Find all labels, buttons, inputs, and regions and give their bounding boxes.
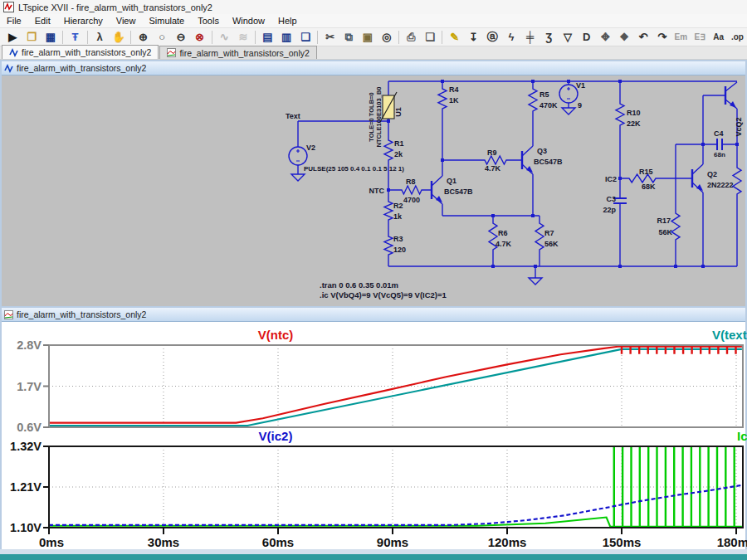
svg-text:BC547B: BC547B [534,158,563,166]
zoom-full-extents-button[interactable]: ⊗ [190,28,209,46]
svg-text:C3: C3 [606,195,616,203]
toolbar-separator [255,31,256,44]
rotate-button[interactable]: Em [671,28,691,46]
plot-settings-button[interactable]: ≋ [234,28,253,46]
svg-text:R10: R10 [627,109,641,117]
zoom-area-button[interactable]: ○ [153,28,172,46]
text-button[interactable]: Aa [709,28,728,46]
print-button[interactable]: ⎙ [402,28,421,46]
plot-area[interactable]: 2.8V1.7V0.6V1.32V1.21V1.10V0ms30ms60ms90… [2,322,745,552]
svg-text:22p: 22p [603,206,616,214]
menu-item[interactable]: Hierarchy [57,16,110,26]
zoom-in-button[interactable]: ⊕ [134,28,153,46]
svg-text:1k: 1k [393,212,403,221]
svg-text:R17: R17 [657,217,671,225]
toolbar-separator [130,31,131,44]
svg-text:R3: R3 [393,235,403,243]
waveform-plot: 2.8V1.7V0.6V1.32V1.21V1.10V0ms30ms60ms90… [2,322,747,552]
toolbar: ▶❐▦Ŧλ✋⊕○⊖⊗∿≋▤▥❏✂⧉▣◎⎙❏✎↧ⓐϟ╪Ʒ▽D✥❖↶↷EmE∃Aa.… [0,28,747,46]
schematic-icon [4,64,13,73]
svg-text:NTCLE100E3103_B0: NTCLE100E3103_B0 [375,87,383,148]
svg-text:470K: 470K [540,101,558,110]
undo-button[interactable]: ↶ [634,28,653,46]
drag-button[interactable]: ❖ [615,28,634,46]
tab-schematic[interactable]: fire_alarm_with_transistors_only2 [2,45,159,59]
tile-horizontal-button[interactable]: ▤ [258,28,277,46]
paste-button[interactable]: ▣ [359,28,378,46]
menu-item[interactable]: View [110,16,143,26]
open-button[interactable]: ❐ [22,28,42,46]
toolbar-separator [317,31,318,44]
x-tick-label: 120ms [488,535,527,549]
trace-spikes-V(ntc) [622,347,736,354]
menu-item[interactable]: Edit [28,16,57,26]
trace-name-label: Ic [737,429,747,443]
copy-button[interactable]: ⧉ [339,28,359,46]
halt-button[interactable]: λ [90,28,110,46]
control-panel-button[interactable]: Ŧ [66,28,85,46]
menu-item[interactable]: Help [271,16,304,26]
y-tick-label: 1.7V [17,380,42,393]
tab-waveform[interactable]: fire_alarm_with_transistors_only2 [159,46,316,59]
svg-text:R9: R9 [487,149,497,157]
svg-text:R6: R6 [498,229,508,237]
spice-directive-button[interactable]: .op [728,28,747,46]
desktop-strip [0,554,747,560]
svg-text:2k: 2k [394,150,403,158]
tile-vertical-button[interactable]: ▥ [277,28,296,46]
place-resistor-button[interactable]: ϟ [502,28,521,46]
place-capacitor-button[interactable]: ╪ [520,28,540,46]
svg-text:68K: 68K [642,183,656,191]
tab-bar: fire_alarm_with_transistors_only2 fire_a… [0,46,747,60]
svg-text:4700: 4700 [403,196,420,204]
schematic-caption-bar[interactable]: fire_alarm_with_transistors_only2 [2,61,745,75]
cascade-windows-button[interactable]: ❏ [296,28,315,46]
redo-button[interactable]: ↷ [652,28,671,46]
trace-name-label: V(ic2) [259,429,293,443]
svg-text:Text: Text [286,112,300,120]
menu-item[interactable]: Window [226,16,271,26]
waveform-caption-bar[interactable]: fire_alarm_with_transistors_only2 [2,308,745,322]
waveform-caption: fire_alarm_with_transistors_only2 [17,309,146,319]
schematic-icon [9,48,18,57]
svg-text:4.7K: 4.7K [485,164,501,173]
autorange-y-button[interactable]: ∿ [215,28,234,46]
zoom-out-button[interactable]: ⊖ [171,28,190,46]
print-preview-button[interactable]: ❏ [421,28,440,46]
svg-text:9: 9 [578,101,582,110]
svg-text:NTC: NTC [369,187,385,195]
mirror-button[interactable]: E∃ [691,28,710,46]
place-net-label-button[interactable]: ⓐ [483,28,502,46]
place-component-button[interactable]: D [577,28,596,46]
move-button[interactable]: ✥ [596,28,615,46]
place-ground-button[interactable]: ↧ [464,28,483,46]
save-button[interactable]: ▦ [41,28,60,46]
run-button[interactable]: ▶ [3,28,22,46]
svg-text:U1: U1 [394,107,403,117]
menu-item[interactable]: Tools [191,16,226,26]
menu-item[interactable]: Simulate [142,16,191,26]
svg-text:R15: R15 [639,168,653,176]
trace-name-label: V(ntc) [258,328,294,342]
resistors [384,85,741,258]
waveform-icon [167,48,176,57]
draw-wire-button[interactable]: ✎ [445,28,464,46]
svg-text:1K: 1K [449,96,459,105]
cut-button[interactable]: ✂ [320,28,339,46]
menu-item[interactable]: File [0,16,28,26]
trace-name-label: V(text [712,328,747,342]
pan-hand-button[interactable]: ✋ [109,28,128,46]
x-tick-label: 180ms [717,535,747,549]
svg-text:Q3: Q3 [537,147,547,155]
svg-text:R2: R2 [393,202,403,210]
top-pane-frame [49,345,743,427]
svg-text:PULSE(25 105 0.4 0.1 0.1 5 12: PULSE(25 105 0.4 0.1 0.1 5 12 1) [304,165,404,173]
place-inductor-button[interactable]: Ʒ [540,28,559,46]
svg-text:68n: 68n [714,151,725,158]
schematic-canvas[interactable]: TextV2PULSE(25 105 0.4 0.1 0.1 5 12 1)U1… [2,75,745,309]
svg-text:.ic V(VbQ4)=9 V(VcQ5)=9 V(IC2): .ic V(VbQ4)=9 V(VcQ5)=9 V(IC2)=1 [320,290,447,299]
svg-text:R7: R7 [544,229,554,237]
svg-text:R4: R4 [449,85,459,94]
find-button[interactable]: ◎ [377,28,396,46]
place-diode-button[interactable]: ▽ [559,28,578,46]
